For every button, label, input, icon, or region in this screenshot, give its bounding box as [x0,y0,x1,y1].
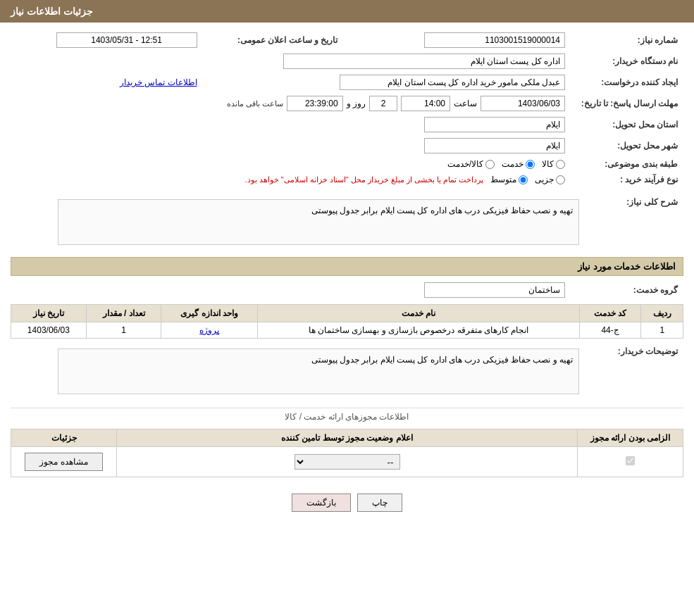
date-label: تاریخ و ساعت اعلان عمومی: [203,30,344,51]
deadline-date: 1403/06/03 [481,96,565,111]
col-qty: تعداد / مقدار [86,305,161,322]
proc-type-note: پرداخت تمام یا بخشی از مبلغ خریداز محل "… [244,175,483,184]
perm-col-required: الزامی بودن ارائه مجوز [578,429,683,447]
service-group-table: گروه خدمت: ساختمان [11,279,683,301]
date-value: 1403/05/31 - 12:51 [11,30,203,51]
need-number-value: 1103001519000014 [378,30,571,51]
buyer-notes-label: توضیحات خریدار: [585,342,683,401]
category-label: طبقه بندی موضوعی: [571,156,683,172]
footer-buttons: چاپ بازگشت [11,481,683,524]
back-button[interactable]: بازگشت [292,494,351,512]
perm-table-row: -- مشاهده مجوز [11,447,683,477]
page-header: جزئیات اطلاعات نیاز [0,0,694,23]
services-section-title: اطلاعات خدمات مورد نیاز [11,257,683,276]
category-khadamat-label: خدمت [502,159,523,169]
category-khadamat-item: خدمت [502,159,535,169]
proc-jozii-item: جزیی [535,175,565,184]
proc-jozii-radio[interactable] [556,175,565,184]
buyer-org-value: اداره کل پست استان ایلام [11,51,571,72]
buyer-org-label: نام دستگاه خریدار: [571,51,683,72]
perm-col-detail: جزئیات [11,429,117,447]
perm-status-select[interactable]: -- [295,454,400,470]
deadline-remaining-label: ساعت باقی مانده [227,99,283,108]
created-by-value: عبدل ملکی مامور خرید اداره کل پست استان … [203,72,571,93]
buyer-notes-table: توضیحات خریدار: تهیه و نصب حفاظ فیزیکی د… [11,342,683,401]
col-name: نام خدمت [258,305,580,322]
cell-name: انجام کارهای متفرقه درخصوص بازسازی و بهس… [258,322,580,339]
service-group-value: ساختمان [424,282,565,298]
province-label: استان محل تحویل: [571,114,683,135]
category-kala-khadamat-label: کالا/خدمت [447,159,483,169]
category-kala-khadamat-item: کالا/خدمت [447,159,495,169]
province-value: ایلام [424,117,565,132]
deadline-days: 2 [369,96,397,111]
services-table: ردیف کد خدمت نام خدمت واحد اندازه گیری ت… [11,304,683,339]
col-unit: واحد اندازه گیری [161,305,258,322]
category-kala-khadamat-radio[interactable] [485,160,495,169]
proc-motavasset-radio[interactable] [519,175,528,184]
print-button[interactable]: چاپ [357,494,402,512]
need-desc-value: تهیه و نصب حفاظ فیزیکی درب های اداره کل … [311,206,573,215]
col-row: ردیف [641,305,683,322]
header-title: جزئیات اطلاعات نیاز [11,6,93,17]
table-row: 1 ج-44 انجام کارهای متفرقه درخصوص بازساز… [11,322,683,339]
need-desc-box: تهیه و نصب حفاظ فیزیکی درب های اداره کل … [58,199,579,245]
category-khadamat-radio[interactable] [526,160,535,169]
need-desc-label: شرح کلی نیاز: [585,193,683,251]
perm-required-cell [578,447,683,477]
proc-jozii-label: جزیی [535,175,554,184]
buyer-notes-box: تهیه و نصب حفاظ فیزیکی درب های اداره کل … [58,348,579,394]
perm-detail-cell: مشاهده مجوز [11,447,117,477]
buyer-notes-value: تهیه و نصب حفاظ فیزیکی درب های اداره کل … [311,355,573,365]
deadline-row: 1403/06/03 ساعت 14:00 2 روز و 23:39:00 س… [16,96,565,111]
proc-motavasset-label: متوسط [490,175,516,184]
perm-status-cell: -- [117,447,578,477]
deadline-time: 14:00 [401,96,450,111]
city-label: شهر محل تحویل: [571,135,683,156]
proc-motavasset-item: متوسط [490,175,528,184]
perm-required-checkbox [626,456,635,465]
category-group: کالا خدمت کالا/خدمت [16,159,565,169]
proc-type-label: نوع فرآیند خرید : [571,172,683,187]
need-number-label: شماره نیاز: [571,30,683,51]
view-permit-button[interactable]: مشاهده مجوز [25,453,102,471]
need-desc-table: شرح کلی نیاز: تهیه و نصب حفاظ فیزیکی درب… [11,193,683,251]
col-date: تاریخ نیاز [11,305,87,322]
service-group-label: گروه خدمت: [571,279,683,301]
cell-unit: پروژه [161,322,258,339]
deadline-days-label: روز و [347,99,366,108]
col-code: کد خدمت [579,305,641,322]
category-kala-radio[interactable] [556,160,565,169]
main-info-table: شماره نیاز: 1103001519000014 تاریخ و ساع… [11,30,683,187]
permissions-table: الزامی بودن ارائه مجوز اعلام وضعیت مجوز … [11,429,683,477]
cell-row: 1 [641,322,683,339]
category-kala-label: کالا [542,159,554,169]
deadline-remaining: 23:39:00 [287,96,343,111]
cell-code: ج-44 [579,322,641,339]
perm-col-status: اعلام وضعیت مجوز توسط تامین کننده [117,429,578,447]
proc-type-group: جزیی متوسط پرداخت تمام یا بخشی از مبلغ خ… [16,175,565,184]
contact-link[interactable]: اطلاعات تماس خریدار [120,77,197,87]
category-kala-item: کالا [542,159,565,169]
deadline-label: مهلت ارسال پاسخ: تا تاریخ: [571,93,683,114]
city-value: ایلام [424,138,565,153]
deadline-time-label: ساعت [454,99,477,108]
cell-qty: 1 [86,322,161,339]
created-by-label: ایجاد کننده درخواست: [571,72,683,93]
cell-date: 1403/06/03 [11,322,87,339]
permissions-section-title: اطلاعات مجوزهای ارائه خدمت / کالا [11,408,683,425]
